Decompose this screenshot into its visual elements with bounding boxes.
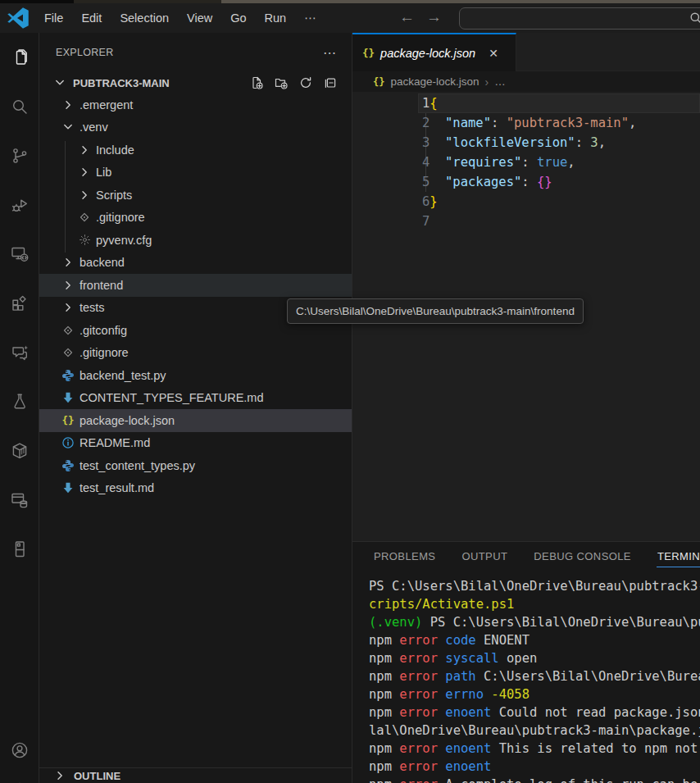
collapse-all-icon[interactable] xyxy=(324,76,337,89)
chat-icon[interactable] xyxy=(0,328,39,377)
explorer-icon[interactable] xyxy=(0,33,39,82)
markdown-icon xyxy=(61,481,75,494)
terminal-line: PS C:\Users\Bilal\OneDrive\Bureau\pubtra… xyxy=(369,577,700,595)
breadcrumb[interactable]: {} package-lock.json › … xyxy=(352,71,700,92)
file--gitignore[interactable]: .gitignore xyxy=(39,207,352,230)
code-line-2[interactable]: 2 "name": "pubtrack3-main", xyxy=(352,113,700,133)
explorer-title: EXPLORER xyxy=(56,47,113,58)
panel-tab-problems[interactable]: PROBLEMS xyxy=(373,548,436,567)
outline-section-header[interactable]: OUTLINE xyxy=(39,767,352,783)
chevron-right-icon xyxy=(61,301,75,314)
line-number: 1 xyxy=(422,96,430,111)
file-test-content-types-py[interactable]: test_content_types.py xyxy=(39,454,352,477)
panel-tab-terminal[interactable]: TERMINAL xyxy=(657,548,700,567)
terminal-line: (.venv) PS C:\Users\Bilal\OneDrive\Burea… xyxy=(369,613,700,631)
file-pyvenv-cfg[interactable]: pyvenv.cfg xyxy=(39,229,352,252)
tree-item-label: .gitignore xyxy=(96,211,145,224)
forward-arrow-icon[interactable]: → xyxy=(426,2,442,32)
project-name: PUBTRACK3-MAIN xyxy=(73,77,170,89)
vscode-window: FileEditSelectionViewGoRun⋯ ← → EXPLORER… xyxy=(0,0,700,783)
file-tree: .emergent.venvIncludeLibScripts.gitignor… xyxy=(39,93,352,499)
folder--emergent[interactable]: .emergent xyxy=(39,93,352,116)
refresh-icon[interactable] xyxy=(299,76,312,89)
code-line-4[interactable]: 4 "requires": true, xyxy=(352,153,700,172)
menu-go[interactable]: Go xyxy=(221,3,255,33)
outline-label: OUTLINE xyxy=(74,770,120,782)
terminal-line: npm error code ENOENT xyxy=(369,631,700,649)
file-content-types-feature-md[interactable]: CONTENT_TYPES_FEATURE.md xyxy=(39,387,352,410)
menu-run[interactable]: Run xyxy=(256,3,296,33)
folder-scripts[interactable]: Scripts xyxy=(39,184,352,207)
settings-icon[interactable] xyxy=(0,767,39,783)
tab-bar: {} package-lock.json ✕ xyxy=(352,33,700,71)
tree-item-label: .gitconfig xyxy=(80,324,127,337)
menu-edit[interactable]: Edit xyxy=(72,3,111,33)
chevron-down-icon xyxy=(61,121,75,134)
file--gitignore[interactable]: .gitignore xyxy=(39,342,352,365)
folder-include[interactable]: Include xyxy=(39,139,352,162)
run-and-debug-icon[interactable] xyxy=(0,180,39,230)
menu-bar: FileEditSelectionViewGoRun⋯ xyxy=(35,2,326,34)
tree-indent-guide xyxy=(65,141,66,253)
folder-backend[interactable]: backend xyxy=(39,252,352,275)
file-package-lock-json[interactable]: {}package-lock.json xyxy=(39,409,352,432)
file-test-result-md[interactable]: test_result.md xyxy=(39,477,352,500)
chevron-right-icon: › xyxy=(485,75,489,89)
terminal-line: npm error errno -4058 xyxy=(369,685,700,703)
git-icon xyxy=(61,324,75,337)
terminal-line: npm error path C:\Users\Bilal\OneDrive\B… xyxy=(369,667,700,685)
breadcrumb-file[interactable]: package-lock.json xyxy=(390,75,479,88)
desktop-strip xyxy=(221,0,700,3)
back-arrow-icon[interactable]: ← xyxy=(399,2,415,32)
file-backend-test-py[interactable]: backend_test.py xyxy=(39,364,352,387)
desktop-strip xyxy=(74,0,221,3)
code-line-1[interactable]: 1{ xyxy=(352,93,700,113)
tree-item-label: .venv xyxy=(80,121,108,134)
chevron-right-icon xyxy=(77,143,92,157)
git-icon xyxy=(77,211,92,224)
code-line-3[interactable]: 3 "lockfileVersion": 3, xyxy=(352,133,700,153)
code-line-5[interactable]: 5 "packages": {} xyxy=(352,172,700,192)
breadcrumb-rest[interactable]: … xyxy=(494,75,506,88)
line-number: 5 xyxy=(422,175,430,189)
menu-selection[interactable]: Selection xyxy=(111,3,178,33)
menu-file[interactable]: File xyxy=(35,3,72,33)
folder-frontend[interactable]: frontend xyxy=(39,274,352,297)
menu-more-button[interactable]: ⋯ xyxy=(295,3,326,33)
code-line-6[interactable]: 6} xyxy=(352,192,700,212)
chevron-right-icon xyxy=(61,98,75,112)
testing-icon[interactable] xyxy=(0,377,39,426)
command-center-search[interactable] xyxy=(459,7,700,30)
panel-tab-output[interactable]: OUTPUT xyxy=(461,548,508,567)
tree-item-label: test_content_types.py xyxy=(80,459,195,472)
new-folder-icon[interactable] xyxy=(275,76,288,89)
json-file-icon: {} xyxy=(61,414,75,427)
bottom-panel: PROBLEMSOUTPUTDEBUG CONSOLETERMINAL PS C… xyxy=(352,541,700,783)
database-icon[interactable] xyxy=(0,476,39,525)
explorer-more-actions-button[interactable]: ⋯ xyxy=(323,45,337,61)
line-number: 3 xyxy=(422,135,430,150)
menu-view[interactable]: View xyxy=(178,3,221,33)
search-icon[interactable] xyxy=(0,82,39,131)
tab-package-lock-json[interactable]: {} package-lock.json ✕ xyxy=(352,33,516,71)
code-line-7[interactable]: 7 xyxy=(352,212,700,231)
new-file-icon[interactable] xyxy=(250,76,263,89)
chevron-down-icon xyxy=(52,76,67,89)
remote-explorer-icon[interactable] xyxy=(0,230,39,279)
extensions-icon[interactable] xyxy=(0,279,39,328)
devices-icon[interactable] xyxy=(0,525,39,574)
source-control-icon[interactable] xyxy=(0,131,39,180)
json-file-icon: {} xyxy=(362,47,375,59)
file-readme-md[interactable]: README.md xyxy=(39,432,352,455)
project-section-header[interactable]: PUBTRACK3-MAIN xyxy=(39,72,352,93)
line-number: 2 xyxy=(422,116,430,130)
panel-tab-debug-console[interactable]: DEBUG CONSOLE xyxy=(533,548,632,567)
tree-item-label: Scripts xyxy=(96,189,132,202)
close-icon[interactable]: ✕ xyxy=(489,47,498,60)
terminal-line: npm error enoent xyxy=(369,758,700,776)
terminal-line: npm error syscall open xyxy=(369,649,700,667)
containers-icon[interactable] xyxy=(0,426,39,476)
folder--venv[interactable]: .venv xyxy=(39,116,352,139)
terminal-output[interactable]: PS C:\Users\Bilal\OneDrive\Bureau\pubtra… xyxy=(352,573,700,783)
folder-lib[interactable]: Lib xyxy=(39,162,352,184)
